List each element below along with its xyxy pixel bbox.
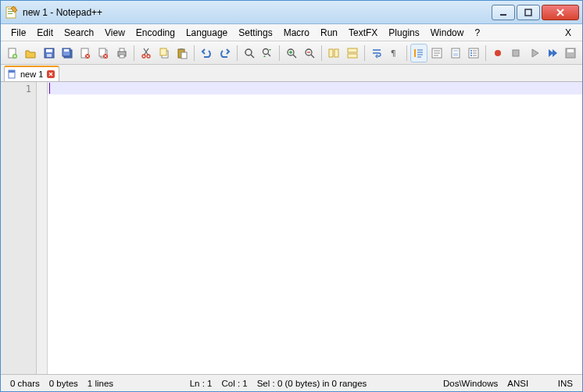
close-all-icon[interactable] xyxy=(95,44,112,62)
status-ln: Ln : 1 xyxy=(185,379,217,388)
line-number: 1 xyxy=(1,84,31,94)
maximize-button[interactable] xyxy=(517,5,540,20)
svg-rect-13 xyxy=(64,49,69,52)
save-all-icon[interactable] xyxy=(59,44,76,62)
menu-settings[interactable]: Settings xyxy=(233,26,277,40)
svg-point-22 xyxy=(142,55,145,58)
svg-rect-20 xyxy=(120,48,124,52)
replace-icon[interactable] xyxy=(259,44,276,62)
svg-rect-52 xyxy=(9,70,15,73)
macro-save-icon[interactable] xyxy=(562,44,579,62)
menubar: File Edit Search View Encoding Language … xyxy=(1,24,582,41)
close-window-button[interactable] xyxy=(542,5,579,20)
svg-rect-25 xyxy=(160,48,166,55)
print-icon[interactable] xyxy=(113,44,130,62)
status-bytes: 0 bytes xyxy=(45,379,83,388)
paste-icon[interactable] xyxy=(173,44,191,62)
undo-icon[interactable] xyxy=(198,44,215,62)
sync-h-icon[interactable] xyxy=(344,44,361,62)
open-file-icon[interactable] xyxy=(22,44,39,62)
tabbar: new 1 xyxy=(1,65,582,82)
svg-rect-48 xyxy=(513,50,519,56)
fold-margin xyxy=(37,82,48,374)
text-editor[interactable] xyxy=(48,82,582,374)
svg-rect-21 xyxy=(120,55,124,58)
svg-rect-36 xyxy=(348,54,357,58)
macro-play-multi-icon[interactable] xyxy=(544,44,561,62)
menu-view[interactable]: View xyxy=(99,26,131,40)
minimize-button[interactable] xyxy=(492,5,515,20)
close-file-icon[interactable] xyxy=(77,44,94,62)
toolbar-separator xyxy=(364,45,365,61)
tab-new-1[interactable]: new 1 xyxy=(4,66,59,81)
redo-icon[interactable] xyxy=(216,44,233,62)
menu-plugins[interactable]: Plugins xyxy=(383,26,424,40)
sync-v-icon[interactable] xyxy=(325,44,342,62)
file-icon xyxy=(8,69,17,79)
menu-run[interactable]: Run xyxy=(315,26,343,40)
toolbar: ¶ xyxy=(1,41,582,65)
svg-rect-9 xyxy=(46,49,52,52)
menu-textfx[interactable]: TextFX xyxy=(343,26,383,40)
svg-point-45 xyxy=(470,52,472,54)
editor-area: 1 xyxy=(1,82,582,374)
wrap-icon[interactable] xyxy=(368,44,385,62)
menu-x-button[interactable]: X xyxy=(559,26,578,40)
svg-point-30 xyxy=(263,48,268,54)
window-title: new 1 - Notepad++ xyxy=(23,7,490,18)
status-eol: Dos\Windows xyxy=(438,379,503,388)
svg-rect-34 xyxy=(334,49,338,57)
svg-rect-10 xyxy=(47,54,52,57)
save-icon[interactable] xyxy=(40,44,57,62)
macro-play-icon[interactable] xyxy=(525,44,542,62)
menu-file[interactable]: File xyxy=(5,26,31,40)
toolbar-separator xyxy=(194,45,195,61)
svg-point-46 xyxy=(470,55,472,56)
menu-help[interactable]: ? xyxy=(469,26,485,40)
titlebar[interactable]: new 1 - Notepad++ xyxy=(1,1,582,24)
toolbar-separator xyxy=(237,45,238,61)
svg-rect-41 xyxy=(453,50,458,52)
svg-point-47 xyxy=(495,50,501,56)
menu-window[interactable]: Window xyxy=(425,26,470,40)
status-mode: INS xyxy=(553,379,578,388)
tab-label: new 1 xyxy=(20,69,43,79)
status-lines: 1 lines xyxy=(83,379,118,388)
tab-close-button[interactable] xyxy=(46,69,55,79)
svg-rect-4 xyxy=(500,14,506,16)
zoom-out-icon[interactable] xyxy=(301,44,318,62)
show-all-icon[interactable]: ¶ xyxy=(386,44,403,62)
find-icon[interactable] xyxy=(241,44,258,62)
macro-stop-icon[interactable] xyxy=(507,44,524,62)
cut-icon[interactable] xyxy=(138,44,155,62)
new-file-icon[interactable] xyxy=(4,44,21,62)
zoom-in-icon[interactable] xyxy=(283,44,300,62)
svg-rect-5 xyxy=(525,9,531,16)
svg-rect-35 xyxy=(348,48,357,52)
svg-text:¶: ¶ xyxy=(391,48,396,59)
status-sel: Sel : 0 (0 bytes) in 0 ranges xyxy=(252,379,372,388)
menu-macro[interactable]: Macro xyxy=(278,26,315,40)
macro-record-icon[interactable] xyxy=(489,44,506,62)
svg-rect-27 xyxy=(180,48,183,50)
svg-rect-50 xyxy=(567,49,574,52)
text-cursor xyxy=(49,83,50,94)
menu-search[interactable]: Search xyxy=(59,26,99,40)
status-encoding: ANSI xyxy=(503,379,533,388)
menu-language[interactable]: Language xyxy=(181,26,233,40)
copy-icon[interactable] xyxy=(156,44,173,62)
status-col: Col : 1 xyxy=(216,379,252,388)
window-buttons xyxy=(490,5,579,20)
status-chars: 0 chars xyxy=(5,379,45,388)
func-list-icon[interactable] xyxy=(465,44,482,62)
menu-edit[interactable]: Edit xyxy=(31,26,59,40)
udl-icon[interactable] xyxy=(428,44,445,62)
toolbar-separator xyxy=(406,45,407,61)
indent-guide-icon[interactable] xyxy=(410,44,427,62)
line-number-gutter: 1 xyxy=(1,82,37,374)
toolbar-separator xyxy=(134,45,134,61)
doc-map-icon[interactable] xyxy=(447,44,464,62)
svg-rect-28 xyxy=(181,52,187,59)
menu-encoding[interactable]: Encoding xyxy=(131,26,181,40)
app-icon xyxy=(5,6,18,19)
